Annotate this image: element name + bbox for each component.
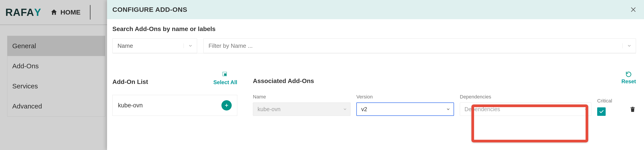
search-label: Search Add-Ons by name or labels bbox=[112, 26, 636, 33]
check-icon bbox=[599, 109, 604, 114]
reset-label: Reset bbox=[622, 78, 636, 85]
svg-rect-1 bbox=[224, 73, 226, 76]
row-name-value: kube-ovn bbox=[253, 106, 340, 112]
close-icon bbox=[630, 6, 637, 13]
reset-icon bbox=[626, 71, 632, 77]
col-version-label: Version bbox=[356, 94, 454, 100]
col-name-label: Name bbox=[253, 94, 350, 100]
addon-list-item: kube-ovn bbox=[112, 95, 237, 116]
trash-icon bbox=[629, 106, 636, 113]
modal-title: CONFIGURE ADD-ONS bbox=[112, 6, 187, 13]
associated-row: Name kube-ovn Version v2 bbox=[253, 94, 636, 116]
addon-list-title: Add-On List bbox=[112, 78, 148, 85]
chevron-down-icon bbox=[622, 43, 636, 48]
col-critical-label: Critical bbox=[597, 98, 612, 104]
select-all-button[interactable]: Select All bbox=[214, 71, 237, 85]
row-version-value: v2 bbox=[357, 106, 443, 112]
select-all-icon bbox=[222, 71, 228, 78]
row-name-select[interactable]: kube-ovn bbox=[253, 102, 350, 116]
chevron-down-icon bbox=[184, 43, 197, 48]
row-critical-checkbox[interactable] bbox=[597, 107, 606, 116]
addon-name: kube-ovn bbox=[118, 102, 143, 109]
search-by-select[interactable]: Name bbox=[112, 38, 197, 53]
chevron-down-icon bbox=[443, 107, 454, 111]
reset-button[interactable]: Reset bbox=[622, 71, 636, 85]
row-dependencies-placeholder: Dependencies bbox=[460, 106, 580, 112]
associated-title: Associated Add-Ons bbox=[253, 77, 314, 85]
delete-row-button[interactable] bbox=[629, 106, 636, 113]
close-button[interactable] bbox=[630, 6, 637, 13]
col-dependencies-label: Dependencies bbox=[460, 94, 591, 100]
row-dependencies-select[interactable]: Dependencies bbox=[460, 102, 591, 116]
plus-icon bbox=[224, 103, 229, 108]
filter-by-name-input[interactable] bbox=[204, 42, 622, 49]
add-addon-button[interactable] bbox=[222, 100, 232, 110]
chevron-down-icon bbox=[580, 107, 591, 111]
chevron-down-icon bbox=[340, 107, 350, 111]
select-all-label: Select All bbox=[214, 79, 237, 85]
search-by-value: Name bbox=[112, 42, 184, 49]
row-version-select[interactable]: v2 bbox=[356, 102, 454, 116]
configure-addons-modal: CONFIGURE ADD-ONS Search Add-Ons by name… bbox=[107, 0, 644, 150]
